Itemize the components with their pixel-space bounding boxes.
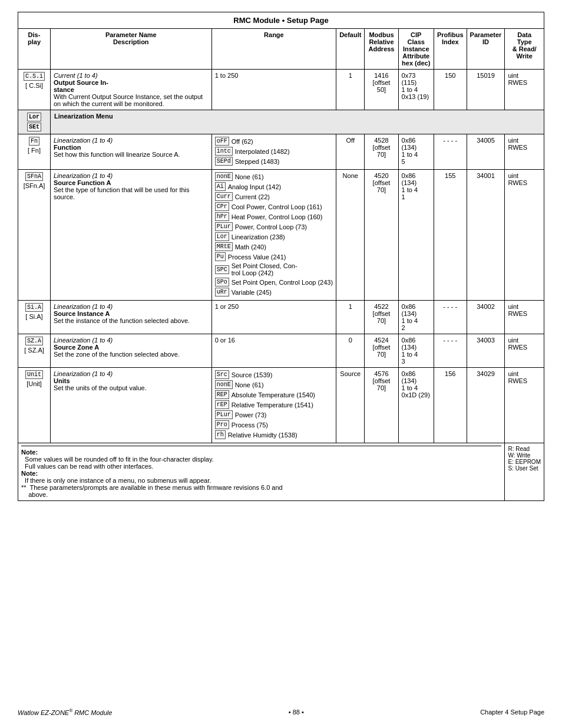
- note-1-line2: Full values can be read with other inter…: [21, 463, 501, 470]
- range-cell-fn: oFF Off (62) intc Interpolated (1482) SE…: [211, 134, 336, 170]
- lcd-pro: Pro: [215, 420, 229, 429]
- cip-cell-units: 0x86 (134)1 to 40x1D (29): [398, 368, 434, 443]
- col-display: Dis-play: [18, 29, 51, 70]
- lcd-mrte: MRtE: [215, 242, 233, 251]
- modbus-cell-sfna: 4520[offset 70]: [365, 170, 398, 301]
- table-row-function: Fn [ Fn] Linearization (1 to 4) Function…: [18, 134, 544, 170]
- default-cell-sfna: None: [336, 170, 365, 301]
- lcd-cpr: CPr: [215, 202, 229, 211]
- modbus-cell-sza: 4524[offset 70]: [365, 334, 398, 368]
- cip-cell-csi: 0x73 (115)1 to 40x13 (19): [398, 70, 434, 110]
- col-range: Range: [211, 29, 336, 70]
- data-type-cell-sza: uintRWES: [505, 334, 544, 368]
- table-row-sza: SZ.A [ SZ.A] Linearization (1 to 4) Sour…: [18, 334, 544, 368]
- display-cell-units: Unit [Unit]: [18, 368, 51, 443]
- lcd-hpr: hPr: [215, 212, 229, 221]
- param-name-csi: Output Source In-stance: [54, 79, 108, 93]
- cip-cell-sza: 0x86 (134)1 to 43: [398, 334, 434, 368]
- lcd-lor: Lor: [27, 113, 41, 121]
- table-row: C.S.i [ C.Si] Current (1 to 4) Output So…: [18, 70, 544, 110]
- default-cell-csi: 1: [336, 70, 365, 110]
- default-cell-sia: 1: [336, 301, 365, 334]
- data-type-cell-units: uintRWES: [505, 368, 544, 443]
- display-text-units: [Unit]: [27, 380, 42, 387]
- lcd-sfna: SFnA: [25, 172, 43, 181]
- display-text-sza: [ SZ.A]: [24, 347, 44, 354]
- param-id-cell-sfna: 34001: [467, 170, 505, 301]
- lcd-plur-sfna: PLur: [215, 222, 233, 231]
- table-row-sfna: SFnA [SFn.A] Linearization (1 to 4) Sour…: [18, 170, 544, 301]
- note-2-label: Note:: [21, 470, 501, 477]
- profibus-cell-csi: 150: [434, 70, 467, 110]
- modbus-cell-fn: 4528[offset 70]: [365, 134, 398, 170]
- range-cell-csi: 1 to 250: [211, 70, 336, 110]
- col-cip: CIPClassInstanceAttributehex (dec): [398, 29, 434, 70]
- main-table: RMC Module • Setup Page Dis-play Paramet…: [18, 12, 544, 501]
- profibus-cell-units: 156: [434, 368, 467, 443]
- param-id-cell-fn: 34005: [467, 134, 505, 170]
- lcd-fn: Fn: [29, 137, 39, 146]
- notes-row: Note: Some values will be rounded off to…: [18, 443, 544, 501]
- display-cell-csi: C.S.i [ C.Si]: [18, 70, 51, 110]
- range-cell-units: Src Source (1539) nonE None (61) REP Abs…: [211, 368, 336, 443]
- profibus-cell-sza: - - - -: [434, 334, 467, 368]
- display-text-csi: [ C.Si]: [25, 82, 43, 89]
- lcd-rep-abs: REP: [215, 390, 229, 399]
- lcd-set: SEt: [27, 123, 41, 131]
- param-cell-sfna: Linearization (1 to 4) Source Function A…: [51, 170, 212, 301]
- lcd-spc: SPC: [215, 265, 229, 274]
- col-modbus: ModbusRelativeAddress: [365, 29, 398, 70]
- display-cell-sfna: SFnA [SFn.A]: [18, 170, 51, 301]
- data-type-cell-sia: uintRWES: [505, 301, 544, 334]
- param-id-cell-units: 34029: [467, 368, 505, 443]
- linearization-section-header: Lor SEt Linearization Menu: [18, 110, 544, 134]
- lcd-intc: intc: [215, 147, 233, 156]
- note-2-line1: If there is only one instance of a menu,…: [21, 477, 501, 484]
- profibus-cell-sia: - - - -: [434, 301, 467, 334]
- display-text-sfna: [SFn.A]: [24, 182, 45, 189]
- lcd-curr: Curr: [215, 192, 233, 201]
- lcd-unit: Unit: [25, 370, 43, 379]
- profibus-cell-fn: - - - -: [434, 134, 467, 170]
- footer-right: Chapter 4 Setup Page: [480, 709, 544, 716]
- modbus-cell-units: 4576[offset 70]: [365, 368, 398, 443]
- param-id-cell-csi: 15019: [467, 70, 505, 110]
- display-cell-fn: Fn [ Fn]: [18, 134, 51, 170]
- lcd-none-units: nonE: [215, 380, 233, 389]
- lcd-sia: Si.A: [25, 303, 43, 312]
- default-cell-sza: 0: [336, 334, 365, 368]
- param-id-cell-sia: 34002: [467, 301, 505, 334]
- data-type-cell-fn: uintRWES: [505, 134, 544, 170]
- lcd-rep-rel: rEP: [215, 400, 229, 409]
- lcd-sepd: SEPd: [215, 157, 233, 166]
- note-1-label: Note:: [21, 449, 501, 456]
- cip-cell-sfna: 0x86 (134)1 to 41: [398, 170, 434, 301]
- col-default: Default: [336, 29, 365, 70]
- footer-center: • 88 •: [289, 709, 304, 716]
- table-row-units: Unit [Unit] Linearization (1 to 4) Units…: [18, 368, 544, 443]
- display-text-sia: [ Si.A]: [25, 313, 42, 320]
- lin-section-display: Lor SEt: [18, 110, 51, 134]
- col-param: Parameter NameDescription: [51, 29, 212, 70]
- modbus-cell-csi: 1416[offset 50]: [365, 70, 398, 110]
- lcd-box-csi: C.S.i: [24, 72, 45, 81]
- footer-left: Watlow EZ-ZONE® RMC Module: [18, 708, 112, 716]
- data-type-cell-csi: uintRWES: [505, 70, 544, 110]
- col-profibus: ProfibusIndex: [434, 29, 467, 70]
- lcd-urr: uRr: [215, 288, 229, 297]
- profibus-cell-sfna: 155: [434, 170, 467, 301]
- footer: Watlow EZ-ZONE® RMC Module • 88 • Chapte…: [18, 699, 544, 716]
- param-linearization-csi: Current (1 to 4): [54, 72, 98, 79]
- notes-cell: Note: Some values will be rounded off to…: [18, 443, 505, 501]
- param-cell-fn: Linearization (1 to 4) Function Set how …: [51, 134, 212, 170]
- note-1-line1: Some values will be rounded off to fit i…: [21, 456, 501, 463]
- lcd-off: oFF: [215, 137, 229, 146]
- param-id-cell-sza: 34003: [467, 334, 505, 368]
- data-type-legend-cell: R: ReadW: WriteE: EEPROMS: User Set: [505, 443, 544, 501]
- lcd-rh: rh: [215, 430, 226, 439]
- param-cell-csi: Current (1 to 4) Output Source In-stance…: [51, 70, 212, 110]
- cip-cell-sia: 0x86 (134)1 to 42: [398, 301, 434, 334]
- note-3: ** These parameters/prompts are availabl…: [21, 484, 501, 498]
- display-cell-sia: Si.A [ Si.A]: [18, 301, 51, 334]
- lcd-lor-sfna: Lor: [215, 232, 229, 241]
